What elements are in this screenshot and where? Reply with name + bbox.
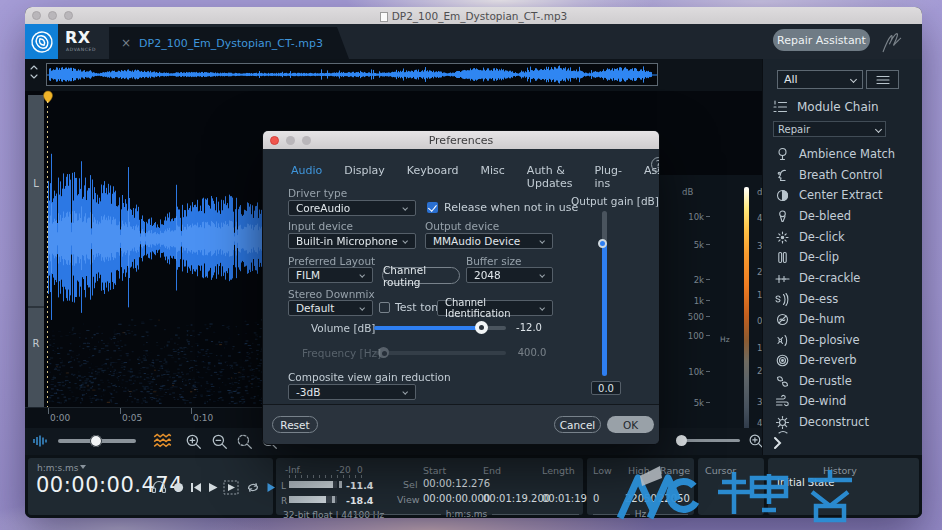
horizontal-zoom-thumb[interactable] xyxy=(90,435,102,447)
module-item-de-bleed[interactable]: De-bleed xyxy=(775,206,920,226)
reset-button[interactable]: Reset xyxy=(272,416,318,433)
module-item-center-extract[interactable]: Center Extract xyxy=(775,185,920,205)
module-item-de-click[interactable]: De-click xyxy=(775,227,920,247)
time-unit-row: h:m:s.ms xyxy=(354,509,579,518)
release-label: Release when not in use xyxy=(444,201,578,214)
channel-identification-select[interactable]: Channel Identification xyxy=(437,300,553,316)
module-item-de-reverb[interactable]: De-reverb xyxy=(775,350,920,370)
spectrogram-toggle-icon[interactable] xyxy=(153,433,172,449)
module-category-value: Repair xyxy=(778,124,810,135)
horizontal-zoom-slider[interactable] xyxy=(58,439,136,443)
monitor-icon[interactable] xyxy=(151,479,167,494)
channel-routing-button[interactable]: Channel routing xyxy=(382,267,460,284)
module-item-de-rustle[interactable]: De-rustle xyxy=(775,371,920,391)
time-format-chevron-icon[interactable] xyxy=(80,465,86,469)
rx-logo-icon xyxy=(25,24,58,59)
tab-auth-updates[interactable]: Auth & Updates xyxy=(527,164,573,190)
waveform-zoom-icon[interactable] xyxy=(32,435,47,447)
composite-gain-select[interactable]: -3dB xyxy=(288,384,416,400)
volume-value[interactable]: -12.0 xyxy=(514,321,544,335)
tab-misc[interactable]: Misc xyxy=(481,164,505,190)
module-item-de-clip[interactable]: De-clip xyxy=(775,247,920,267)
view-row-label: View xyxy=(397,494,420,505)
output-gain-slider[interactable] xyxy=(602,211,607,376)
app-edition: ADVANCED xyxy=(66,47,96,52)
amp-axis-label: dB xyxy=(682,187,693,197)
freq-tick: 5k xyxy=(666,398,710,408)
de-ess-icon xyxy=(775,292,790,307)
tab-plug-ins[interactable]: Plug-ins xyxy=(594,164,622,190)
cancel-button[interactable]: Cancel xyxy=(554,416,601,433)
preferred-layout-label: Preferred Layout xyxy=(288,255,375,267)
tab-display[interactable]: Display xyxy=(344,164,385,190)
freq-unit-label: Hz xyxy=(720,335,730,344)
expand-overview-icon[interactable] xyxy=(29,64,41,80)
stereo-downmix-select[interactable]: Default xyxy=(288,300,373,316)
channel-strip[interactable]: L R xyxy=(28,95,44,408)
ok-button[interactable]: OK xyxy=(607,416,654,433)
frequency-slider[interactable] xyxy=(374,351,506,355)
test-tone-checkbox[interactable] xyxy=(379,302,390,313)
module-category-select[interactable]: Repair xyxy=(773,121,886,137)
buffer-size-select[interactable]: 2048 xyxy=(466,267,553,283)
dialog-title: Preferences xyxy=(263,134,659,147)
composite-gain-label: Composite view gain reduction xyxy=(288,371,451,383)
frequency-slider-thumb[interactable] xyxy=(378,347,389,358)
tab-keyboard[interactable]: Keyboard xyxy=(407,164,459,190)
output-gain-thumb[interactable] xyxy=(598,239,607,248)
tab-close-icon[interactable]: × xyxy=(121,36,131,50)
module-item-de-plosive[interactable]: De-plosive xyxy=(775,330,920,350)
de-rustle-icon xyxy=(775,374,790,389)
playhead-line xyxy=(47,101,48,407)
meters-selection-panel: -Inf. -20 0 L -11.4 R -18.4 32-bit float… xyxy=(276,458,583,515)
playhead-marker[interactable] xyxy=(42,90,54,104)
module-item-de-wind[interactable]: De-wind xyxy=(775,391,920,411)
module-filter-select[interactable]: All xyxy=(777,70,863,89)
preferred-layout-select[interactable]: FILM xyxy=(288,267,373,283)
scribble-icon xyxy=(877,30,907,56)
waveform-overview[interactable] xyxy=(46,63,658,86)
release-checkbox[interactable] xyxy=(427,202,438,213)
volume-label: Volume [dB] xyxy=(311,322,375,334)
chevron-down-icon xyxy=(539,238,545,244)
output-gain-value[interactable]: 0.0 xyxy=(591,381,621,395)
file-tab[interactable]: × DP2_100_Em_Dystopian_CT-.mp3 xyxy=(109,27,349,59)
zoom-out-icon[interactable] xyxy=(211,433,228,450)
output-device-select[interactable]: MMAudio Device xyxy=(425,233,553,249)
zoom-selection-icon[interactable] xyxy=(236,433,253,450)
app-name: RX xyxy=(65,28,91,47)
module-item-deconstruct[interactable]: Deconstruct xyxy=(775,412,920,432)
module-item-ambience-match[interactable]: Ambience Match xyxy=(775,144,920,164)
time-format-label[interactable]: h:m:s.ms xyxy=(37,463,79,473)
tab-label: DP2_100_Em_Dystopian_CT-.mp3 xyxy=(139,37,323,50)
module-item-breath-control[interactable]: Breath Control xyxy=(775,165,920,185)
de-reverb-icon xyxy=(775,353,790,368)
repair-assistant-button[interactable]: Repair Assistant xyxy=(773,29,870,51)
input-device-select[interactable]: Built-in Microphone xyxy=(288,233,416,249)
driver-type-label: Driver type xyxy=(288,187,347,199)
play-icon[interactable] xyxy=(208,482,218,493)
module-item-de-crackle[interactable]: De-crackle xyxy=(775,268,920,288)
de-clip-icon xyxy=(775,250,790,265)
right-zoom-thumb[interactable] xyxy=(676,435,687,446)
breath-control-icon xyxy=(775,168,790,183)
record-icon[interactable] xyxy=(173,482,184,493)
module-item-de-ess[interactable]: De-ess xyxy=(775,289,920,309)
driver-type-select[interactable]: CoreAudio xyxy=(288,200,416,216)
volume-slider-thumb[interactable] xyxy=(475,321,488,334)
skip-to-start-icon[interactable] xyxy=(190,482,202,493)
module-menu-button[interactable] xyxy=(866,70,899,89)
module-chain-item[interactable]: Module Chain xyxy=(773,97,918,117)
module-item-de-hum[interactable]: De-hum xyxy=(775,309,920,329)
meter-right-peak xyxy=(332,496,335,503)
right-zoom-slider[interactable] xyxy=(678,439,740,442)
view-end-value: 00:01:19.200 xyxy=(483,493,550,504)
tab-assistant[interactable]: Assistant xyxy=(644,164,660,190)
loop-icon[interactable] xyxy=(246,481,260,494)
play-selection-icon[interactable] xyxy=(223,480,239,495)
chevron-right-icon[interactable] xyxy=(772,436,782,450)
buffer-size-label: Buffer size xyxy=(466,255,522,267)
freq-tick: 500 xyxy=(666,312,710,322)
zoom-in-icon[interactable] xyxy=(185,433,202,450)
volume-slider[interactable] xyxy=(374,326,506,330)
